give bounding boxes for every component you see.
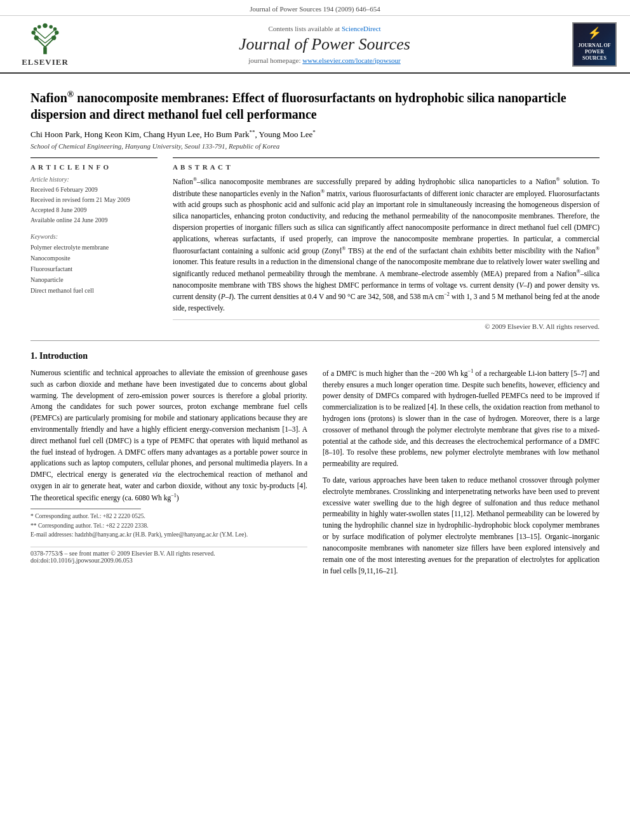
journal-citation: Journal of Power Sources 194 (2009) 646–…: [250, 5, 380, 13]
footnote-star: * Corresponding author. Tel.: +82 2 2220…: [30, 512, 307, 539]
article-history-group: Article history: Received 6 February 200…: [30, 176, 158, 225]
doi-value: doi:10.1016/j.jpowsour.2009.06.053: [41, 557, 133, 564]
abstract-column: A B S T R A C T Nafion®–silica nanocompo…: [173, 157, 600, 330]
svg-point-8: [51, 36, 56, 40]
intro-right-col: of a DMFC is much higher than the ~200 W…: [323, 368, 600, 582]
intro-two-col: Numerous scientific and technical approa…: [30, 368, 600, 582]
footnote-starstar-text: ** Corresponding author. Tel.: +82 2 222…: [30, 521, 307, 530]
keyword-1: Polymer electrolyte membrane: [30, 242, 158, 253]
sciencedirect-line: Contents lists available at ScienceDirec…: [80, 25, 569, 32]
available-online: Available online 24 June 2009: [30, 215, 158, 225]
elsevier-tree-icon: [23, 21, 67, 56]
introduction-section: 1. Introduction Numerous scientific and …: [30, 351, 600, 582]
footnote-email-text: E-mail addresses: hadzhb@hanyang.ac.kr (…: [30, 530, 307, 539]
article-info-column: A R T I C L E I N F O Article history: R…: [30, 157, 158, 330]
badge-line1: JOURNAL OF: [578, 43, 610, 49]
received-1: Received 6 February 2009: [30, 185, 158, 195]
journal-badge: ⚡ JOURNAL OF POWER SOURCES: [572, 22, 617, 67]
footnote-star-text: * Corresponding author. Tel.: +82 2 2220…: [30, 512, 307, 521]
article-info-abstract-section: A R T I C L E I N F O Article history: R…: [30, 157, 600, 330]
copyright-line: © 2009 Elsevier B.V. All rights reserved…: [173, 319, 600, 330]
keyword-5: Direct methanol fuel cell: [30, 285, 158, 296]
journal-banner: ELSEVIER Contents lists available at Sci…: [0, 16, 630, 74]
keyword-2: Nanocomposite: [30, 253, 158, 263]
section-divider: [30, 340, 600, 341]
article-dates: Received 6 February 2009 Received in rev…: [30, 185, 158, 225]
keywords-label: Keywords:: [30, 233, 158, 240]
sciencedirect-link[interactable]: ScienceDirect: [342, 25, 381, 32]
journal-citation-header: Journal of Power Sources 194 (2009) 646–…: [0, 0, 630, 16]
journal-homepage: journal homepage: www.elsevier.com/locat…: [80, 57, 569, 64]
abstract-heading: A B S T R A C T: [173, 163, 600, 171]
contents-available-text: Contents lists available at: [268, 25, 340, 32]
registered-mark: ®: [67, 90, 74, 99]
starstar-sup: **: [249, 129, 255, 135]
svg-point-13: [43, 23, 47, 28]
footer-doi: doi:doi:10.1016/j.jpowsour.2009.06.053: [30, 557, 307, 564]
article-info-heading: A R T I C L E I N F O: [30, 163, 158, 171]
keywords-list: Polymer electrolyte membrane Nanocomposi…: [30, 242, 158, 296]
homepage-prefix: journal homepage:: [248, 57, 300, 64]
intro-right-p1: of a DMFC is much higher than the ~200 W…: [323, 368, 600, 470]
banner-right: ⚡ JOURNAL OF POWER SOURCES: [569, 22, 620, 67]
abstract-text: Nafion®–silica nanocomposite membranes a…: [173, 176, 600, 314]
intro-left-col: Numerous scientific and technical approa…: [30, 368, 307, 582]
footer-issn: 0378-7753/$ – see front matter © 2009 El…: [30, 550, 307, 557]
intro-right-p2: To date, various approaches have been ta…: [323, 475, 600, 577]
paper-body: Nafion® nanocomposite membranes: Effect …: [0, 74, 630, 597]
svg-point-15: [49, 25, 53, 29]
affiliation: School of Chemical Engineering, Hanyang …: [30, 142, 600, 150]
star-sup: *: [312, 129, 316, 135]
svg-point-14: [37, 25, 41, 29]
intro-heading: 1. Introduction: [30, 351, 600, 361]
svg-point-9: [31, 30, 35, 34]
homepage-url[interactable]: www.elsevier.com/locate/jpowsour: [302, 57, 400, 64]
keyword-3: Fluorosurfactant: [30, 263, 158, 274]
article-history-label: Article history:: [30, 176, 158, 183]
keywords-group: Keywords: Polymer electrolyte membrane N…: [30, 233, 158, 296]
journal-title-banner: Journal of Power Sources: [80, 35, 569, 54]
journal-footer: 0378-7753/$ – see front matter © 2009 El…: [30, 547, 307, 564]
elsevier-logo: ELSEVIER: [10, 21, 80, 67]
badge-line2: POWER: [585, 49, 604, 55]
accepted-date: Accepted 8 June 2009: [30, 205, 158, 215]
svg-point-10: [55, 30, 58, 34]
badge-bolt-icon: ⚡: [587, 26, 601, 41]
elsevier-label: ELSEVIER: [22, 57, 69, 67]
paper-title: Nafion® nanocomposite membranes: Effect …: [30, 89, 600, 123]
svg-rect-0: [43, 47, 47, 54]
elsevier-logo-area: ELSEVIER: [10, 21, 80, 67]
intro-left-p1: Numerous scientific and technical approa…: [30, 368, 307, 504]
banner-center: Contents lists available at ScienceDirec…: [80, 25, 569, 64]
svg-point-12: [53, 27, 57, 31]
page: Journal of Power Sources 194 (2009) 646–…: [0, 0, 630, 840]
authors: Chi Hoon Park, Hong Keon Kim, Chang Hyun…: [30, 129, 600, 140]
received-revised: Received in revised form 21 May 2009: [30, 195, 158, 205]
badge-line3: SOURCES: [582, 55, 607, 62]
keyword-4: Nanoparticle: [30, 274, 158, 285]
footnote-divider: [30, 509, 141, 509]
svg-point-7: [34, 36, 39, 40]
svg-point-11: [34, 27, 37, 31]
